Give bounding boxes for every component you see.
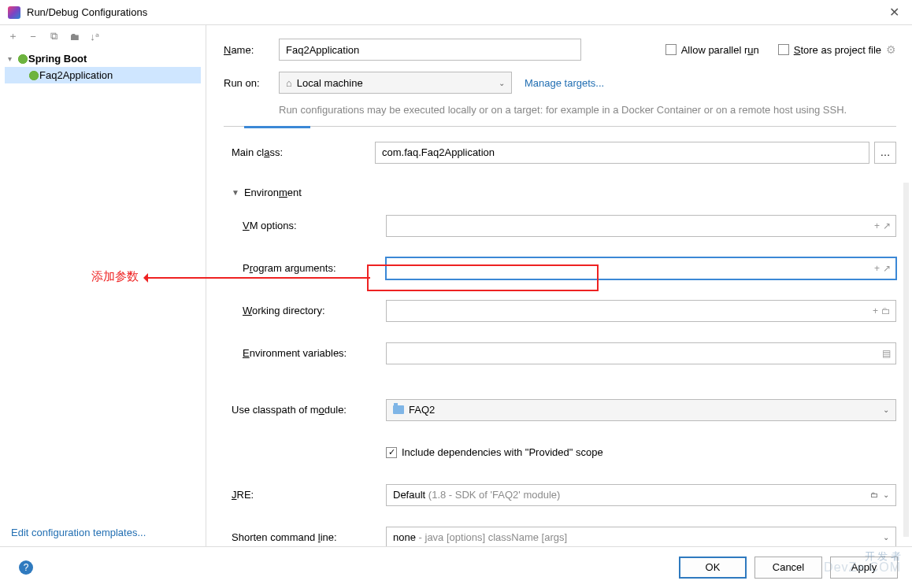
run-on-select[interactable]: ⌂ Local machine ⌄ — [279, 72, 512, 94]
sidebar: ＋ − ⧉ 🖿 ↓ᵃ ▾ Spring Boot Faq2Application… — [0, 25, 206, 546]
home-icon: ⌂ — [286, 77, 292, 89]
chevron-down-icon: ⌄ — [883, 405, 889, 414]
add-icon[interactable]: ＋ — [6, 30, 19, 43]
environment-section[interactable]: ▼ Environment — [232, 187, 896, 198]
app-icon — [8, 6, 20, 19]
environment-variables-input[interactable]: ▤ — [386, 342, 896, 364]
chevron-down-icon: ⌄ — [883, 533, 889, 542]
plus-icon[interactable]: + — [874, 263, 880, 274]
jre-hint: (1.8 - SDK of 'FAQ2' module) — [428, 489, 561, 501]
classpath-module-value: FAQ2 — [409, 404, 435, 416]
close-icon[interactable]: ✕ — [884, 3, 904, 21]
sort-icon[interactable]: ↓ᵃ — [88, 30, 101, 43]
config-tree: ▾ Spring Boot Faq2Application — [0, 47, 206, 519]
checkbox-icon — [386, 447, 397, 458]
help-button[interactable]: ? — [19, 560, 33, 575]
program-arguments-label: Program arguments: — [243, 262, 386, 274]
scrollbar[interactable] — [903, 183, 909, 537]
tree-item-faq2application[interactable]: Faq2Application — [5, 67, 201, 83]
main-panel: Name: Allow parallel run Store as projec… — [206, 25, 912, 546]
jre-label: JRE: — [232, 489, 386, 501]
working-directory-input[interactable]: + 🗀 — [386, 300, 896, 322]
run-on-help: Run configurations may be executed local… — [279, 102, 896, 118]
shorten-label: Shorten command line: — [232, 531, 386, 543]
vm-options-input[interactable]: + ↗ — [386, 215, 896, 237]
ok-button[interactable]: OK — [679, 557, 747, 579]
chevron-down-icon: 🗀 ⌄ — [869, 490, 889, 499]
allow-parallel-run-checkbox[interactable]: Allow parallel run — [665, 44, 759, 56]
vm-options-label: VM options: — [243, 220, 386, 231]
manage-targets-link[interactable]: Manage targets... — [525, 77, 604, 89]
remove-icon[interactable]: − — [27, 30, 39, 43]
name-input[interactable] — [279, 39, 581, 61]
tree-category-spring-boot[interactable]: ▾ Spring Boot — [5, 50, 201, 67]
copy-icon[interactable]: ⧉ — [47, 30, 60, 43]
tabs-strip — [224, 126, 896, 128]
checkbox-icon — [778, 44, 789, 55]
name-label: Name: — [224, 44, 279, 56]
shorten-value: none — [393, 531, 416, 543]
shorten-hint: - java [options] className [args] — [419, 531, 568, 543]
shorten-select[interactable]: none - java [options] className [args] ⌄ — [386, 527, 896, 547]
chevron-down-icon: ⌄ — [499, 79, 505, 87]
gear-icon[interactable]: ⚙ — [886, 43, 896, 56]
titlebar: Run/Debug Configurations ✕ — [0, 0, 912, 25]
annotation-arrow — [145, 277, 370, 279]
plus-icon[interactable]: + — [874, 220, 880, 231]
main-class-label: Main class: — [232, 146, 375, 158]
plus-icon[interactable]: + — [873, 305, 878, 316]
dialog-buttons: ? OK Cancel Apply — [0, 546, 912, 587]
chevron-down-icon: ▼ — [232, 188, 239, 197]
run-on-label: Run on: — [224, 77, 279, 89]
tree-category-label: Spring Boot — [28, 53, 87, 65]
run-on-value: Local machine — [297, 77, 363, 89]
browse-main-class-button[interactable]: … — [874, 142, 896, 164]
include-provided-checkbox[interactable]: Include dependencies with "Provided" sco… — [386, 446, 603, 458]
cancel-button[interactable]: Cancel — [754, 557, 822, 579]
spring-icon — [17, 54, 28, 65]
edit-templates-link[interactable]: Edit configuration templates... — [0, 519, 206, 546]
sidebar-toolbar: ＋ − ⧉ 🖿 ↓ᵃ — [0, 25, 206, 47]
store-as-project-file-checkbox[interactable]: Store as project file — [778, 44, 881, 56]
classpath-module-select[interactable]: FAQ2 ⌄ — [386, 399, 896, 421]
jre-value: Default — [393, 489, 425, 501]
working-directory-label: Working directory: — [243, 305, 386, 316]
jre-select[interactable]: Default (1.8 - SDK of 'FAQ2' module) 🗀 ⌄ — [386, 484, 896, 506]
expand-icon[interactable]: ↗ — [883, 220, 891, 231]
save-icon[interactable]: 🖿 — [68, 30, 80, 43]
window-title: Run/Debug Configurations — [27, 6, 884, 18]
folder-icon[interactable]: 🗀 — [881, 305, 891, 316]
program-arguments-input[interactable]: + ↗ — [386, 257, 896, 279]
expand-icon[interactable]: ↗ — [883, 263, 891, 274]
chevron-down-icon: ▾ — [8, 54, 17, 63]
spring-icon — [28, 70, 39, 81]
module-icon — [393, 405, 404, 414]
list-icon[interactable]: ▤ — [882, 348, 891, 359]
environment-variables-label: Environment variables: — [243, 347, 386, 359]
checkbox-icon — [665, 44, 677, 55]
classpath-module-label: Use classpath of module: — [232, 404, 386, 416]
apply-button[interactable]: Apply — [830, 557, 898, 579]
main-class-input[interactable] — [375, 142, 869, 164]
tree-item-label: Faq2Application — [39, 69, 113, 81]
